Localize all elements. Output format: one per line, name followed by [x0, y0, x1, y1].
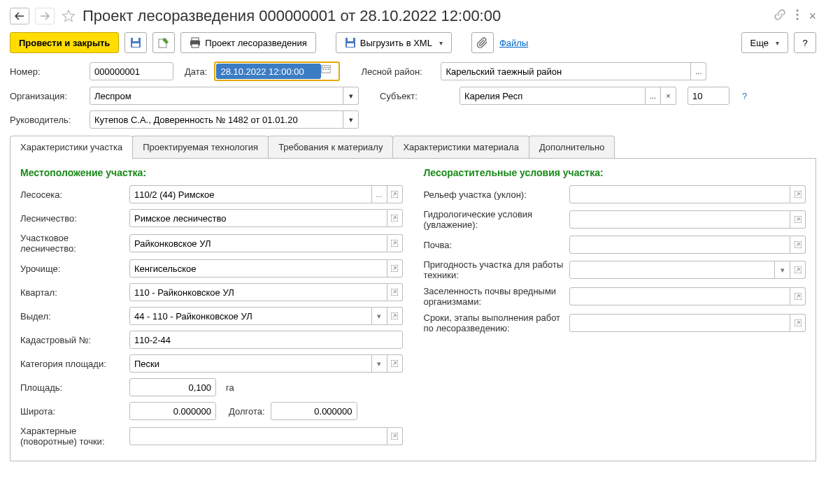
subject-clear-button[interactable]: × [661, 87, 676, 105]
pests-open-button[interactable] [790, 287, 806, 305]
help-button[interactable]: ? [794, 32, 816, 53]
lesoseka-open-button[interactable] [387, 185, 403, 203]
timing-input[interactable] [569, 314, 791, 332]
project-button-label: Проект лесоразведения [205, 38, 306, 48]
points-open-button[interactable] [387, 427, 403, 445]
suitability-dropdown-button[interactable]: ▾ [775, 261, 790, 279]
forward-button[interactable] [35, 8, 55, 24]
manager-dropdown-button[interactable]: ▾ [343, 110, 359, 129]
favorite-star-icon[interactable] [60, 8, 77, 24]
hydro-input[interactable] [569, 210, 791, 229]
post-icon [158, 37, 169, 48]
save-button[interactable] [124, 32, 147, 53]
tab-additional[interactable]: Дополнительно [529, 136, 615, 158]
open-icon [795, 241, 802, 248]
pests-input[interactable] [569, 287, 791, 305]
lesnichestvo-input[interactable] [129, 209, 387, 227]
hydro-label: Гидрологические условия (увлажение): [424, 209, 564, 230]
calendar-button[interactable] [321, 64, 338, 79]
kadastr-input[interactable] [129, 331, 403, 349]
svg-rect-16 [326, 69, 327, 70]
uch-les-open-button[interactable] [387, 234, 403, 252]
region-input[interactable] [441, 62, 691, 80]
project-button[interactable]: Проект лесоразведения [180, 32, 315, 53]
kebab-menu-icon[interactable] [796, 9, 799, 23]
region-label: Лесной район: [361, 66, 434, 77]
category-dropdown-button[interactable]: ▾ [372, 354, 387, 373]
category-input[interactable] [129, 354, 372, 373]
arrow-right-icon [40, 12, 50, 20]
date-input[interactable] [216, 64, 321, 79]
uch-les-input[interactable] [129, 234, 387, 252]
vydel-dropdown-button[interactable]: ▾ [372, 307, 387, 325]
timing-open-button[interactable] [790, 314, 806, 332]
number-input[interactable] [90, 62, 173, 80]
vydel-open-button[interactable] [387, 307, 403, 325]
vydel-input[interactable] [129, 307, 372, 325]
area-input[interactable] [129, 378, 216, 396]
org-input[interactable] [90, 87, 343, 105]
svg-rect-9 [192, 44, 199, 48]
lesoseka-input[interactable] [129, 185, 372, 203]
open-icon [795, 191, 802, 198]
files-link[interactable]: Файлы [499, 38, 528, 48]
category-open-button[interactable] [387, 354, 403, 373]
org-dropdown-button[interactable]: ▾ [343, 87, 359, 105]
soil-input[interactable] [569, 236, 791, 254]
svg-point-2 [797, 18, 799, 20]
subject-select-button[interactable]: ... [646, 87, 661, 105]
svg-rect-12 [347, 43, 354, 47]
link-icon[interactable] [774, 8, 786, 24]
lesnichestvo-open-button[interactable] [387, 209, 403, 227]
paperclip-icon [477, 37, 488, 48]
relief-input[interactable] [569, 185, 791, 203]
print-icon [190, 37, 201, 48]
urochishe-open-button[interactable] [387, 259, 403, 278]
post-button[interactable] [152, 32, 175, 53]
tab-material-req[interactable]: Требования к материалу [268, 136, 393, 158]
export-xml-button[interactable]: Выгрузить в XML [336, 32, 452, 53]
tab-characteristics[interactable]: Характеристики участка [10, 136, 133, 158]
manager-label: Руководитель: [10, 115, 83, 125]
hydro-open-button[interactable] [790, 210, 806, 229]
area-label: Площадь: [20, 382, 124, 393]
open-icon [391, 240, 398, 247]
subject-help-icon[interactable]: ? [742, 91, 747, 101]
relief-open-button[interactable] [790, 185, 806, 203]
svg-rect-4 [133, 38, 138, 41]
open-icon [795, 293, 802, 300]
pests-label: Заселенность почвы вредными организмами: [424, 286, 564, 307]
kvartal-input[interactable] [129, 283, 387, 301]
location-section-title: Местоположение участка: [20, 167, 403, 178]
svg-rect-15 [323, 69, 325, 70]
suitability-input[interactable] [569, 261, 776, 279]
urochishe-label: Урочище: [20, 264, 124, 274]
back-button[interactable] [10, 8, 29, 24]
svg-rect-7 [192, 38, 199, 41]
subject-code-input[interactable] [688, 87, 729, 105]
vydel-label: Выдел: [20, 311, 124, 322]
more-button[interactable]: Еще [741, 32, 788, 53]
post-and-close-button[interactable]: Провести и закрыть [10, 32, 119, 53]
suitability-label: Пригодность участка для работы техники: [424, 259, 564, 280]
suitability-open-button[interactable] [790, 261, 806, 279]
lesoseka-select-button[interactable]: ... [372, 185, 387, 203]
points-label: Характерные (поворотные) точки: [20, 426, 124, 447]
tab-technology[interactable]: Проектируемая технология [132, 136, 269, 158]
lat-label: Широта: [20, 406, 124, 417]
region-select-button[interactable]: ... [691, 62, 706, 80]
lat-input[interactable] [129, 402, 216, 420]
urochishe-input[interactable] [129, 259, 387, 278]
lesoseka-label: Лесосека: [20, 189, 124, 200]
open-icon [391, 191, 398, 198]
close-icon[interactable]: × [809, 9, 816, 24]
lon-input[interactable] [271, 402, 357, 420]
open-icon [391, 265, 398, 272]
kvartal-open-button[interactable] [387, 283, 403, 301]
subject-input[interactable] [460, 87, 646, 105]
soil-open-button[interactable] [790, 236, 806, 254]
attachment-button[interactable] [471, 32, 494, 53]
manager-input[interactable] [90, 110, 343, 129]
points-input[interactable] [129, 427, 387, 445]
tab-material-char[interactable]: Характеристики материала [392, 136, 529, 158]
